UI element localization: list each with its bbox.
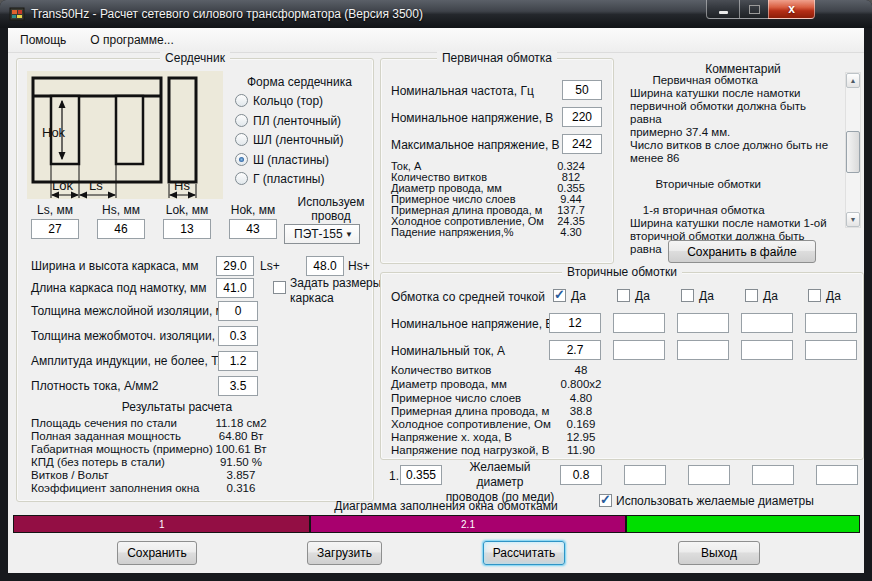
param-field-induction[interactable] [218,351,258,371]
param-label: Толщина межслойной изоляции, мм [31,304,232,318]
desired-field-4[interactable] [752,465,794,485]
secondary-row-value: 12.95 [536,431,626,443]
maximize-button[interactable] [740,0,768,19]
primary-row-value: 4.30 [531,226,611,238]
save-to-file-button[interactable]: Сохранить в файле [668,240,816,263]
desired-field-2[interactable] [624,465,666,485]
primary-input-label: Номинальная частота, Гц [391,84,534,98]
frequency-field[interactable] [562,80,602,100]
menu-help[interactable]: Помощь [8,28,78,52]
desired-field-3[interactable] [688,465,730,485]
secondary-row-value: 11.90 [536,444,626,456]
use-desired-box-icon [599,494,612,507]
scroll-up-icon: ▲ [850,77,857,84]
form-area: Сердечник [8,52,864,573]
secondary-voltage-field-1[interactable] [549,313,601,333]
param-field-current-density[interactable] [218,376,258,396]
ls-field[interactable] [31,219,79,239]
wire-value: ПЭТ-155 [294,227,343,241]
secondary-voltage-field-4[interactable] [741,313,793,333]
secondary-voltage-field-5[interactable] [805,313,857,333]
param-field-interwinding[interactable] [218,326,258,346]
radio-g-label: Г (пластины) [253,172,324,186]
midpoint-box-icon-3 [681,289,694,302]
max-voltage-field[interactable] [562,134,602,154]
save-button[interactable]: Сохранить [117,541,197,565]
radio-shl-icon [235,133,248,146]
secondary-row-label: Примерная длина провода, м [391,405,549,417]
load-button[interactable]: Загрузить [307,541,382,565]
wire-combobox[interactable]: ПЭТ-155 ▼ [284,224,360,244]
wire-label: Используемпровод [289,195,373,223]
result-value: 0.316 [193,482,289,494]
hs-field[interactable] [97,219,145,239]
window-title: Trans50Hz - Расчет сетевого силового тра… [31,7,423,21]
param-field-interlayer[interactable] [218,301,258,321]
results-title: Результаты расчета [77,400,277,414]
result-value: 64.80 Вт [193,430,289,442]
primary-input-label: Максимальное напряжение, В [391,138,560,152]
ls-label: Ls, мм [31,203,79,217]
hs-plus-label: Hs+ [348,259,370,273]
midpoint-cb-label: Да [826,289,841,303]
desired-index-label: 1. [389,469,399,483]
fill-diagram-bar: 1 2.1 [13,515,860,533]
param-label: Толщина межобмоточ. изоляции, мм [31,329,235,343]
desired-primary-field[interactable] [400,465,442,485]
secondary-group-title: Вторичные обмотки [562,265,682,279]
secondary-groupbox: Вторичные обмотки Обмотка со средней точ… [380,272,864,460]
scroll-up-button[interactable]: ▲ [846,73,860,88]
midpoint-cb-label: Да [571,289,586,303]
result-label: Полная заданная мощность [31,430,181,442]
svg-text:Lok: Lok [52,178,73,193]
combo-arrow-icon: ▼ [345,230,353,239]
secondary-voltage-field-2[interactable] [613,313,665,333]
app-icon [9,6,25,22]
secondary-row-label: Количество витков [391,364,491,376]
desired-field-1[interactable] [560,465,602,485]
comment-text: Первичная обмотка Ширина катушки после н… [630,74,838,228]
hok-field[interactable] [229,219,277,239]
lok-field[interactable] [163,219,211,239]
scrollbar-thumb[interactable] [846,131,860,173]
secondary-current-field-2[interactable] [613,340,665,360]
frame-length-field[interactable] [216,278,254,298]
frame-height-field[interactable] [306,256,344,276]
secondary-current-field-3[interactable] [677,340,729,360]
close-button[interactable]: x [768,0,815,19]
calculate-button[interactable]: Рассчитать [483,541,565,565]
minimize-button[interactable] [706,0,740,19]
desired-field-5[interactable] [816,465,858,485]
secondary-current-field-5[interactable] [805,340,857,360]
nominal-voltage-field[interactable] [562,107,602,127]
core-group-title: Сердечник [160,51,230,65]
svg-text:Hs: Hs [174,178,190,193]
primary-row-label: Падение напряжения,% [391,226,514,238]
comment-scrollbar[interactable]: ▲ ▼ [845,72,861,228]
menu-about[interactable]: О программе... [78,28,185,52]
result-value: 100.61 Вт [193,443,289,455]
scroll-down-button[interactable]: ▼ [846,212,860,227]
secondary-current-field-1[interactable] [549,340,601,360]
radio-pl-icon [235,114,248,127]
secondary-voltage-field-3[interactable] [677,313,729,333]
radio-g-icon [235,172,248,185]
frame-size-label: Ширина и высота каркаса, мм [31,259,199,273]
secondary-row-value: 48 [536,364,626,376]
fill-segment-primary: 1 [14,516,311,532]
midpoint-cb-label: Да [763,289,778,303]
window-controls: x [706,0,815,19]
secondary-row-value: 0.800x2 [536,378,626,390]
midpoint-label: Обмотка со средней точкой [391,290,545,304]
secondary-current-field-4[interactable] [741,340,793,360]
primary-groupbox: Первичная обмотка Номинальная частота, Г… [380,58,614,264]
set-frame-sizes-label: Задать размерыкаркаса [290,276,381,306]
secondary-row-label: Диаметр провода, мм [391,378,507,390]
result-label: Коэффициент заполнения окна [31,482,199,494]
secondary-current-label: Номинальный ток, А [391,344,505,358]
svg-text:Ls: Ls [89,178,103,193]
exit-button[interactable]: Выход [678,541,760,565]
result-value: 91.50 % [193,456,289,468]
radio-sh-icon [235,153,248,166]
frame-width-field[interactable] [216,256,254,276]
